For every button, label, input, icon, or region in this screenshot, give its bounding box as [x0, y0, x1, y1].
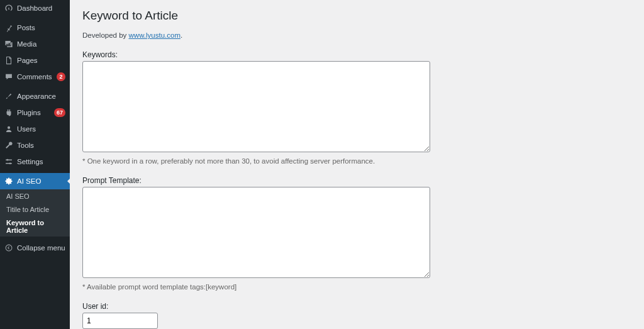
prompt-block: Prompt Template: * Available prompt word… [82, 176, 631, 291]
sidebar-item-label: AI SEO [17, 177, 65, 186]
sidebar-item-users[interactable]: Users [0, 121, 70, 137]
sidebar-sub-title-to-article[interactable]: Titile to Article [0, 203, 70, 216]
sidebar-item-appearance[interactable]: Appearance [0, 88, 70, 104]
svg-point-0 [6, 42, 8, 43]
user-id-block: User id: * Who will publish. Specify a u… [82, 302, 631, 329]
developed-prefix: Developed by [82, 31, 129, 39]
gear-icon [4, 177, 13, 186]
gauge-icon [4, 4, 13, 13]
developed-suffix: . [180, 31, 182, 39]
sidebar-item-label: Pages [17, 57, 65, 65]
plugins-badge: 67 [54, 108, 65, 117]
sidebar-item-dashboard[interactable]: Dashboard [0, 0, 70, 16]
plug-icon [4, 108, 13, 117]
sidebar-item-label: Appearance [17, 92, 65, 101]
svg-point-3 [9, 162, 11, 164]
comment-icon [4, 72, 13, 81]
prompt-textarea[interactable] [82, 187, 430, 278]
sidebar-item-label: Users [17, 125, 65, 133]
sidebar-sub-ai-seo[interactable]: AI SEO [0, 189, 70, 203]
svg-point-2 [7, 159, 9, 161]
keywords-block: Keywords: * One keyword in a row, prefer… [82, 50, 631, 165]
media-icon [4, 40, 13, 48]
sidebar-item-label: Comments [17, 73, 53, 81]
page-icon [4, 56, 13, 65]
brush-icon [4, 92, 13, 101]
sidebar-item-label: Plugins [17, 109, 50, 117]
sidebar-item-tools[interactable]: Tools [0, 137, 70, 153]
sidebar-item-label: Posts [17, 24, 65, 32]
comments-badge: 2 [57, 72, 65, 81]
wrench-icon [4, 141, 13, 150]
collapse-icon [4, 243, 13, 252]
sidebar-item-media[interactable]: Media [0, 36, 70, 52]
prompt-hint: * Available prompt word template tags:[k… [82, 283, 631, 291]
keywords-textarea[interactable] [82, 61, 430, 152]
sidebar-item-pages[interactable]: Pages [0, 52, 70, 69]
keywords-label: Keywords: [82, 50, 631, 59]
admin-sidebar: Dashboard Posts Media Pages Comments 2 A… [0, 0, 70, 329]
svg-point-1 [8, 126, 10, 129]
sidebar-sub-keyword-to-article[interactable]: Keyword to Article [0, 216, 70, 237]
sidebar-collapse[interactable]: Collapse menu [0, 240, 70, 256]
sidebar-item-label: Dashboard [17, 4, 65, 13]
main-content: Keyword to Article Developed by www.lyus… [70, 0, 644, 329]
user-icon [4, 125, 13, 133]
developed-by-line: Developed by www.lyustu.com. [82, 31, 631, 39]
sidebar-item-plugins[interactable]: Plugins 67 [0, 104, 70, 121]
user-id-label: User id: [82, 302, 631, 311]
keywords-hint: * One keyword in a row, preferably not m… [82, 157, 631, 165]
prompt-label: Prompt Template: [82, 176, 631, 185]
sidebar-item-label: Settings [17, 158, 65, 166]
sidebar-item-label: Media [17, 40, 65, 48]
developer-link[interactable]: www.lyustu.com [129, 31, 180, 39]
sidebar-item-ai-seo[interactable]: AI SEO [0, 173, 70, 189]
sidebar-item-label: Tools [17, 142, 65, 150]
sidebar-item-settings[interactable]: Settings [0, 153, 70, 170]
svg-point-4 [6, 245, 12, 251]
sidebar-item-label: Collapse menu [17, 244, 65, 252]
page-title: Keyword to Article [82, 9, 631, 23]
sidebar-item-posts[interactable]: Posts [0, 20, 70, 36]
sidebar-item-comments[interactable]: Comments 2 [0, 69, 70, 85]
sliders-icon [4, 157, 13, 166]
pin-icon [4, 23, 13, 32]
user-id-input[interactable] [82, 313, 158, 329]
